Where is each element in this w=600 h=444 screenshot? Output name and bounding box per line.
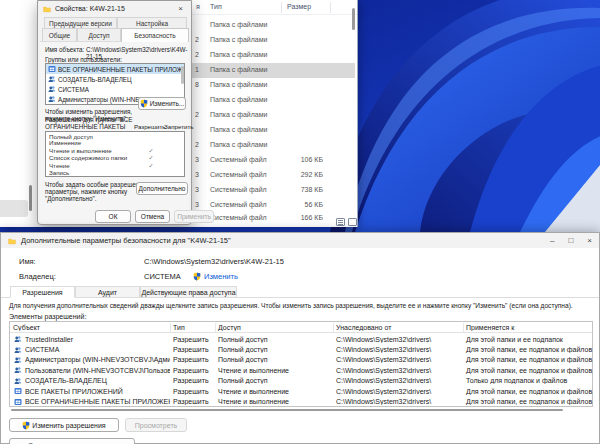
file-row[interactable]: 3Системный файл106 КБ: [190, 153, 355, 168]
file-type: Папка с файлами: [210, 36, 267, 43]
table-row[interactable]: ВСЕ ПАКЕТЫ ПРИЛОЖЕНИЙ Разрешить Чтение и…: [10, 386, 592, 396]
nav-pane-scrollbar[interactable]: [29, 185, 32, 211]
change-hint-line1: Чтобы изменить разрешения,: [45, 108, 132, 115]
column-inherited-from[interactable]: Унаследовано от: [333, 324, 463, 331]
app-package-icon: [14, 387, 22, 395]
access: Чтение и выполнение: [215, 367, 333, 374]
uac-shield-icon: [22, 421, 30, 430]
file-list-scrollbar[interactable]: [352, 8, 355, 30]
advanced-button[interactable]: Дополнительно: [136, 182, 188, 195]
table-horizontal-scrollbar[interactable]: [11, 409, 563, 411]
allow-checkmark[interactable]: ✓: [146, 147, 156, 154]
app-package-icon: [14, 398, 22, 406]
file-type: Папка с файлами: [210, 66, 267, 73]
change-button[interactable]: Изменить...: [138, 97, 186, 110]
table-row[interactable]: ВСЕ ОГРАНИЧЕННЫЕ ПАКЕТЫ ПРИЛОЖЕНИЙ Разре…: [10, 396, 592, 406]
cancel-button[interactable]: Отмена: [135, 210, 170, 223]
permissions-header-line2: ОГРАНИЧЕННЫЕ ПАКЕТЫ: [45, 123, 125, 130]
maximize-icon[interactable]: □: [568, 236, 573, 245]
change-permissions-button[interactable]: Изменить разрешения: [9, 418, 119, 432]
app-package-icon: [48, 65, 56, 73]
disable-inheritance-button[interactable]: Отключение наследования: [9, 438, 135, 444]
group-item[interactable]: СИСТЕМА: [46, 84, 184, 94]
file-row[interactable]: 2Папка с файлами: [190, 33, 355, 48]
column-applies-to[interactable]: Применяется к: [463, 324, 594, 331]
file-row[interactable]: 2Папка с файлами: [190, 108, 355, 123]
file-row[interactable]: 8Папка с файлами: [190, 78, 355, 93]
file-row[interactable]: 3Системный файл738 КБ: [190, 183, 355, 198]
cancel-label: Отмена: [141, 213, 164, 220]
column-header-size[interactable]: Размер: [287, 3, 311, 10]
details-view-icon[interactable]: [336, 218, 345, 226]
column-subject[interactable]: Субъект: [10, 324, 170, 331]
applies-to: Для этой папки, ее подпапок и файлов: [463, 388, 594, 395]
close-icon[interactable]: ×: [175, 4, 186, 14]
close-icon[interactable]: ×: [587, 236, 592, 245]
folder-icon: [43, 5, 51, 13]
file-row[interactable]: 3Системный файл292 КБ: [190, 168, 355, 183]
users-icon: [14, 356, 22, 364]
file-row[interactable]: Папка с файлами: [190, 93, 355, 108]
advanced-window-titlebar[interactable]: Дополнительные параметры безопасности дл…: [1, 233, 599, 248]
access: Полный доступ: [215, 336, 333, 343]
file-size: 292 КБ: [265, 171, 323, 178]
owner-change-link[interactable]: Изменить: [204, 272, 238, 281]
table-row[interactable]: Администраторы (WIN-HNEV3OTCBVJ\Админист…: [10, 355, 592, 365]
applies-to: Для этой папки, ее подпапок и файлов: [463, 346, 594, 353]
group-item[interactable]: СОЗДАТЕЛЬ-ВЛАДЕЛЕЦ: [46, 74, 184, 84]
column-access[interactable]: Доступ: [215, 324, 333, 331]
allow-column-header: Разрешить: [134, 123, 166, 130]
group-item-selected[interactable]: ВСЕ ОГРАНИЧЕННЫЕ ПАКЕТЫ ПРИЛОЖЕНИЙ: [46, 64, 184, 74]
table-row[interactable]: Пользователи (WIN-HNEV3OTCBVJ\Пользовате…: [10, 365, 592, 375]
inherited-from: C:\Windows\System32\drivers\: [333, 388, 463, 395]
column-type[interactable]: Тип: [170, 324, 215, 331]
file-row-selected[interactable]: 1Папка с файлами: [190, 63, 355, 78]
tab-security[interactable]: Безопасность: [121, 28, 189, 42]
ok-button[interactable]: ОК: [95, 210, 131, 223]
column-separator[interactable]: [330, 2, 331, 13]
file-type: Папка с файлами: [210, 126, 267, 133]
permission-name: Запись: [49, 169, 69, 176]
date-digit: 3: [195, 171, 199, 178]
file-row[interactable]: 2Папка с файлами: [190, 48, 355, 63]
permission-row[interactable]: Список содержимого папки✓: [46, 154, 184, 161]
users-icon: [48, 75, 56, 83]
inherited-from: C:\Windows\System32\drivers\: [333, 398, 463, 405]
allow-checkmark[interactable]: ✓: [146, 162, 156, 169]
subject: ВСЕ ПАКЕТЫ ПРИЛОЖЕНИЙ: [25, 388, 123, 395]
users-icon: [48, 85, 56, 93]
table-header-row: Субъект Тип Доступ Унаследовано от Приме…: [10, 322, 592, 333]
inherited-from: C:\Windows\System32\drivers\: [333, 367, 463, 374]
groups-list-scrollbar[interactable]: [181, 66, 184, 84]
permission-row[interactable]: Чтение и выполнение✓: [46, 147, 184, 154]
permission-row[interactable]: Чтение✓: [46, 162, 184, 169]
file-row[interactable]: Папка с файлами: [190, 123, 355, 138]
permissions-listbox[interactable]: Полный доступ Изменение Чтение и выполне…: [45, 131, 185, 177]
permission-row[interactable]: Изменение: [46, 139, 184, 146]
table-row[interactable]: СИСТЕМА Разрешить Полный доступ C:\Windo…: [10, 344, 592, 354]
file-row[interactable]: 3Системный файл166 КБ: [190, 211, 355, 226]
applies-to: Для этой папки, ее подпапок и файлов: [463, 356, 594, 363]
file-row[interactable]: Папка с файлами: [190, 18, 355, 33]
file-row[interactable]: 2Папка с файлами: [190, 138, 355, 153]
view-button[interactable]: Просмотреть: [125, 418, 187, 432]
table-row[interactable]: СОЗДАТЕЛЬ-ВЛАДЕЛЕЦ Разрешить Полный дост…: [10, 376, 592, 386]
type: Разрешить: [170, 356, 215, 363]
table-row[interactable]: TrustedInstaller Разрешить Полный доступ…: [10, 334, 592, 344]
tab-sharing[interactable]: Доступ: [77, 28, 121, 42]
column-header-type[interactable]: Тип: [210, 3, 222, 10]
column-separator[interactable]: [281, 2, 282, 13]
users-icon: [48, 95, 56, 103]
allow-checkmark[interactable]: ✓: [146, 154, 156, 161]
view-button-label: Просмотреть: [135, 422, 177, 429]
thumbnails-view-icon[interactable]: [348, 218, 357, 226]
tab-permissions[interactable]: Разрешения: [10, 286, 75, 298]
column-separator: [170, 323, 171, 332]
permission-row[interactable]: Запись: [46, 169, 184, 176]
tab-general[interactable]: Общие: [42, 28, 77, 42]
minimize-icon[interactable]: –: [550, 236, 554, 245]
apply-button[interactable]: Применить: [174, 210, 214, 223]
type: Разрешить: [170, 377, 215, 384]
column-date-partial[interactable]: я: [196, 3, 200, 10]
dialog-titlebar[interactable]: Свойства: K4W-21-15 ×: [38, 1, 191, 16]
